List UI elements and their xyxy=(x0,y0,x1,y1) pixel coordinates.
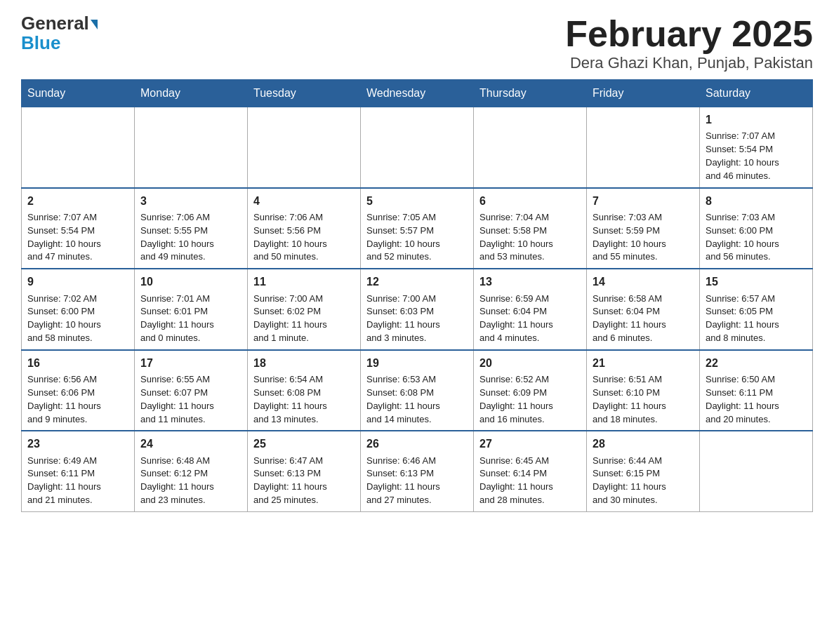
day-header-tuesday: Tuesday xyxy=(248,80,361,107)
day-info: Daylight: 10 hours xyxy=(593,238,694,251)
day-number: 28 xyxy=(593,436,694,452)
day-info: Daylight: 11 hours xyxy=(706,400,807,413)
day-info: Daylight: 11 hours xyxy=(593,318,694,332)
day-info: Daylight: 11 hours xyxy=(140,481,241,494)
calendar-cell: 14Sunrise: 6:58 AMSunset: 6:04 PMDayligh… xyxy=(587,269,700,350)
calendar-cell: 15Sunrise: 6:57 AMSunset: 6:05 PMDayligh… xyxy=(700,269,813,350)
day-info: Sunset: 6:13 PM xyxy=(253,467,355,481)
day-info: Sunrise: 6:45 AM xyxy=(479,455,581,468)
day-info: Sunrise: 7:03 AM xyxy=(706,211,807,224)
day-info: Sunset: 6:02 PM xyxy=(253,305,355,318)
calendar-cell: 3Sunrise: 7:06 AMSunset: 5:55 PMDaylight… xyxy=(135,188,248,269)
day-number: 16 xyxy=(27,355,128,371)
day-number: 8 xyxy=(706,193,807,209)
day-info: Sunset: 6:08 PM xyxy=(253,387,355,400)
day-info: Sunrise: 6:49 AM xyxy=(27,455,128,468)
calendar-cell: 9Sunrise: 7:02 AMSunset: 6:00 PMDaylight… xyxy=(22,269,135,350)
calendar-cell: 19Sunrise: 6:53 AMSunset: 6:08 PMDayligh… xyxy=(361,350,474,431)
day-info: Sunset: 6:09 PM xyxy=(479,387,581,400)
day-info: and 13 minutes. xyxy=(253,413,355,427)
calendar-cell xyxy=(248,107,361,188)
day-info: and 4 minutes. xyxy=(479,332,581,345)
day-info: Sunrise: 7:03 AM xyxy=(593,211,694,224)
calendar-cell: 25Sunrise: 6:47 AMSunset: 6:13 PMDayligh… xyxy=(248,431,361,511)
day-number: 24 xyxy=(140,436,241,452)
day-number: 12 xyxy=(366,274,468,290)
day-info: Daylight: 11 hours xyxy=(366,400,468,413)
calendar-body: 1Sunrise: 7:07 AMSunset: 5:54 PMDaylight… xyxy=(22,107,813,512)
calendar-cell: 1Sunrise: 7:07 AMSunset: 5:54 PMDaylight… xyxy=(700,107,813,188)
day-info: Sunrise: 7:04 AM xyxy=(479,211,581,224)
day-number: 26 xyxy=(366,436,468,452)
calendar-week-4: 16Sunrise: 6:56 AMSunset: 6:06 PMDayligh… xyxy=(22,350,813,431)
day-header-wednesday: Wednesday xyxy=(361,80,474,107)
day-number: 18 xyxy=(253,355,355,371)
day-info: Sunset: 6:07 PM xyxy=(140,387,241,400)
day-info: Sunrise: 6:46 AM xyxy=(366,455,468,468)
day-header-friday: Friday xyxy=(587,80,700,107)
day-info: and 50 minutes. xyxy=(253,250,355,264)
day-info: and 49 minutes. xyxy=(140,250,241,264)
calendar-cell: 20Sunrise: 6:52 AMSunset: 6:09 PMDayligh… xyxy=(474,350,587,431)
day-header-monday: Monday xyxy=(135,80,248,107)
day-header-thursday: Thursday xyxy=(474,80,587,107)
day-info: Daylight: 10 hours xyxy=(27,318,128,332)
calendar-cell xyxy=(361,107,474,188)
calendar-cell xyxy=(22,107,135,188)
day-info: and 8 minutes. xyxy=(706,332,807,345)
calendar-cell xyxy=(700,431,813,511)
page-header: General Blue February 2025 Dera Ghazi Kh… xyxy=(21,14,813,72)
day-number: 1 xyxy=(706,112,807,128)
day-info: Daylight: 11 hours xyxy=(479,400,581,413)
day-info: Sunrise: 6:44 AM xyxy=(593,455,694,468)
logo: General Blue xyxy=(21,14,98,52)
day-info: Sunrise: 6:48 AM xyxy=(140,455,241,468)
day-info: Sunset: 6:04 PM xyxy=(479,305,581,318)
day-info: and 53 minutes. xyxy=(479,250,581,264)
day-info: and 52 minutes. xyxy=(366,250,468,264)
day-info: Daylight: 11 hours xyxy=(593,400,694,413)
calendar-cell: 28Sunrise: 6:44 AMSunset: 6:15 PMDayligh… xyxy=(587,431,700,511)
day-number: 14 xyxy=(593,274,694,290)
day-header-sunday: Sunday xyxy=(22,80,135,107)
calendar-cell: 11Sunrise: 7:00 AMSunset: 6:02 PMDayligh… xyxy=(248,269,361,350)
day-info: and 28 minutes. xyxy=(479,494,581,507)
day-number: 3 xyxy=(140,193,241,209)
day-info: Sunrise: 7:02 AM xyxy=(27,293,128,306)
day-info: Sunset: 6:00 PM xyxy=(27,305,128,318)
day-info: Daylight: 11 hours xyxy=(253,481,355,494)
calendar-cell: 26Sunrise: 6:46 AMSunset: 6:13 PMDayligh… xyxy=(361,431,474,511)
day-info: Daylight: 11 hours xyxy=(366,481,468,494)
day-number: 4 xyxy=(253,193,355,209)
calendar-cell: 17Sunrise: 6:55 AMSunset: 6:07 PMDayligh… xyxy=(135,350,248,431)
calendar-cell xyxy=(587,107,700,188)
day-headers-row: SundayMondayTuesdayWednesdayThursdayFrid… xyxy=(22,80,813,107)
day-info: Sunset: 6:12 PM xyxy=(140,467,241,481)
day-number: 10 xyxy=(140,274,241,290)
day-info: and 1 minute. xyxy=(253,332,355,345)
calendar-cell: 8Sunrise: 7:03 AMSunset: 6:00 PMDaylight… xyxy=(700,188,813,269)
calendar-cell: 22Sunrise: 6:50 AMSunset: 6:11 PMDayligh… xyxy=(700,350,813,431)
day-info: Sunset: 5:54 PM xyxy=(706,143,807,156)
day-info: Sunset: 6:10 PM xyxy=(593,387,694,400)
calendar-cell: 18Sunrise: 6:54 AMSunset: 6:08 PMDayligh… xyxy=(248,350,361,431)
calendar-cell: 27Sunrise: 6:45 AMSunset: 6:14 PMDayligh… xyxy=(474,431,587,511)
day-info: Sunrise: 6:55 AM xyxy=(140,373,241,387)
day-info: Sunset: 6:13 PM xyxy=(366,467,468,481)
day-info: Sunrise: 6:59 AM xyxy=(479,293,581,306)
day-info: Sunset: 6:11 PM xyxy=(27,467,128,481)
day-info: and 46 minutes. xyxy=(706,170,807,183)
calendar-cell: 4Sunrise: 7:06 AMSunset: 5:56 PMDaylight… xyxy=(248,188,361,269)
day-info: and 18 minutes. xyxy=(593,413,694,427)
day-info: Daylight: 11 hours xyxy=(140,400,241,413)
day-info: Sunset: 6:14 PM xyxy=(479,467,581,481)
calendar-cell: 2Sunrise: 7:07 AMSunset: 5:54 PMDaylight… xyxy=(22,188,135,269)
day-info: and 20 minutes. xyxy=(706,413,807,427)
day-info: Sunset: 6:08 PM xyxy=(366,387,468,400)
day-info: Sunrise: 6:56 AM xyxy=(27,373,128,387)
calendar-cell xyxy=(474,107,587,188)
day-number: 11 xyxy=(253,274,355,290)
day-info: and 23 minutes. xyxy=(140,494,241,507)
day-info: Sunrise: 6:53 AM xyxy=(366,373,468,387)
day-info: Sunrise: 7:01 AM xyxy=(140,293,241,306)
